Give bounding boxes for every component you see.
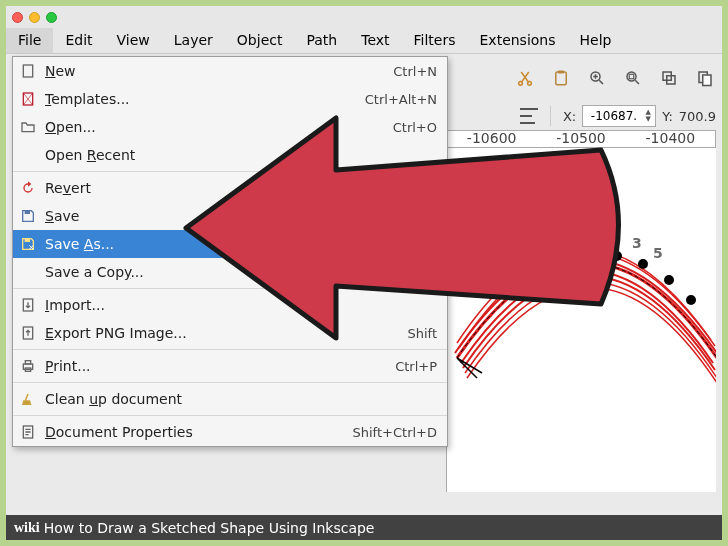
menu-separator bbox=[13, 349, 447, 350]
svg-point-12 bbox=[532, 267, 542, 277]
sketch-drawing: 6 8 7 2 4 3 5 bbox=[447, 148, 716, 492]
minimize-window-button[interactable] bbox=[29, 12, 40, 23]
ruler-tick: -10500 bbox=[556, 130, 606, 146]
svg-point-15 bbox=[612, 251, 622, 261]
svg-text:8: 8 bbox=[575, 227, 585, 243]
menu-item-save-copy[interactable]: Save a Copy... bbox=[13, 258, 447, 286]
toolbar-right bbox=[514, 60, 716, 96]
menu-file[interactable]: File bbox=[6, 28, 53, 53]
menu-separator bbox=[13, 382, 447, 383]
svg-text:6: 6 bbox=[552, 235, 562, 251]
svg-text:2: 2 bbox=[593, 231, 603, 247]
svg-rect-6 bbox=[629, 74, 634, 79]
svg-point-13 bbox=[557, 255, 567, 265]
app-frame: File Edit View Layer Object Path Text Fi… bbox=[0, 0, 728, 546]
menu-item-open-recent[interactable]: Open Recent bbox=[13, 141, 447, 169]
templates-icon bbox=[19, 90, 37, 108]
close-window-button[interactable] bbox=[12, 12, 23, 23]
svg-point-16 bbox=[638, 259, 648, 269]
print-icon bbox=[19, 357, 37, 375]
duplicate-icon[interactable] bbox=[658, 67, 680, 89]
menu-item-open[interactable]: Open... Ctrl+O bbox=[13, 113, 447, 141]
svg-rect-10 bbox=[703, 75, 711, 86]
maximize-window-button[interactable] bbox=[46, 12, 57, 23]
paste-icon[interactable] bbox=[550, 67, 572, 89]
menu-item-templates[interactable]: Templates... Ctrl+Alt+N bbox=[13, 85, 447, 113]
menu-filters[interactable]: Filters bbox=[402, 28, 468, 53]
menu-item-new[interactable]: New Ctrl+N bbox=[13, 57, 447, 85]
caption-text: How to Draw a Sketched Shape Using Inksc… bbox=[44, 520, 375, 536]
svg-point-1 bbox=[528, 81, 532, 85]
save-as-icon bbox=[19, 235, 37, 253]
menu-text[interactable]: Text bbox=[349, 28, 401, 53]
menubar: File Edit View Layer Object Path Text Fi… bbox=[6, 28, 722, 54]
menu-item-revert[interactable]: Revert bbox=[13, 174, 447, 202]
svg-point-18 bbox=[686, 295, 696, 305]
menu-separator bbox=[13, 415, 447, 416]
menu-item-import[interactable]: Import... bbox=[13, 291, 447, 319]
clean-icon bbox=[19, 390, 37, 408]
coord-row: X: ▲▼ Y: 700.9 bbox=[520, 102, 716, 130]
import-icon bbox=[19, 296, 37, 314]
menu-item-clean-up[interactable]: Clean up document bbox=[13, 385, 447, 413]
zoom-fit-icon[interactable] bbox=[622, 67, 644, 89]
save-icon bbox=[19, 207, 37, 225]
align-left-icon[interactable] bbox=[520, 108, 538, 124]
ruler-horizontal: -10600 -10500 -10400 bbox=[446, 130, 716, 148]
export-icon bbox=[19, 324, 37, 342]
menu-help[interactable]: Help bbox=[568, 28, 624, 53]
menu-item-doc-properties[interactable]: Document Properties Shift+Ctrl+D bbox=[13, 418, 447, 446]
svg-rect-28 bbox=[25, 211, 30, 214]
svg-text:7: 7 bbox=[565, 237, 575, 253]
menu-layer[interactable]: Layer bbox=[162, 28, 225, 53]
new-icon bbox=[19, 62, 37, 80]
x-spinner[interactable]: ▲▼ bbox=[582, 105, 656, 127]
cut-icon[interactable] bbox=[514, 67, 536, 89]
y-value: 700.9 bbox=[679, 109, 716, 124]
revert-icon bbox=[19, 179, 37, 197]
copy-icon[interactable] bbox=[694, 67, 716, 89]
x-input[interactable] bbox=[583, 106, 641, 126]
svg-text:4: 4 bbox=[607, 235, 617, 251]
svg-point-5 bbox=[627, 72, 636, 81]
svg-point-14 bbox=[584, 249, 594, 259]
menu-item-save-as[interactable]: Save As... bbox=[13, 230, 447, 258]
svg-rect-33 bbox=[25, 361, 30, 364]
x-label: X: bbox=[563, 109, 576, 124]
properties-icon bbox=[19, 423, 37, 441]
y-label: Y: bbox=[662, 109, 673, 124]
svg-point-0 bbox=[519, 81, 523, 85]
menu-path[interactable]: Path bbox=[294, 28, 349, 53]
svg-point-11 bbox=[507, 285, 517, 295]
ruler-tick: -10400 bbox=[646, 130, 696, 146]
svg-text:3: 3 bbox=[632, 235, 642, 251]
caption-prefix: wiki bbox=[14, 520, 40, 536]
ruler-tick: -10600 bbox=[467, 130, 517, 146]
zoom-in-icon[interactable] bbox=[586, 67, 608, 89]
menu-view[interactable]: View bbox=[105, 28, 162, 53]
menu-separator bbox=[13, 288, 447, 289]
menu-item-print[interactable]: Print... Ctrl+P bbox=[13, 352, 447, 380]
caption-bar: wiki How to Draw a Sketched Shape Using … bbox=[6, 515, 722, 540]
svg-point-17 bbox=[664, 275, 674, 285]
menu-object[interactable]: Object bbox=[225, 28, 295, 53]
menu-item-export[interactable]: Export PNG Image... Shift bbox=[13, 319, 447, 347]
svg-rect-2 bbox=[556, 72, 567, 85]
window-titlebar bbox=[6, 6, 722, 28]
menu-separator bbox=[13, 171, 447, 172]
open-icon bbox=[19, 118, 37, 136]
svg-rect-29 bbox=[25, 239, 30, 242]
svg-rect-26 bbox=[23, 65, 32, 77]
x-down-arrow-icon[interactable]: ▼ bbox=[641, 116, 655, 123]
menu-extensions[interactable]: Extensions bbox=[468, 28, 568, 53]
svg-text:5: 5 bbox=[653, 245, 663, 261]
canvas[interactable]: 6 8 7 2 4 3 5 bbox=[446, 148, 716, 492]
svg-rect-3 bbox=[558, 71, 564, 74]
file-menu-dropdown: New Ctrl+N Templates... Ctrl+Alt+N Open.… bbox=[12, 56, 448, 447]
menu-edit[interactable]: Edit bbox=[53, 28, 104, 53]
menu-item-save[interactable]: Save +S bbox=[13, 202, 447, 230]
